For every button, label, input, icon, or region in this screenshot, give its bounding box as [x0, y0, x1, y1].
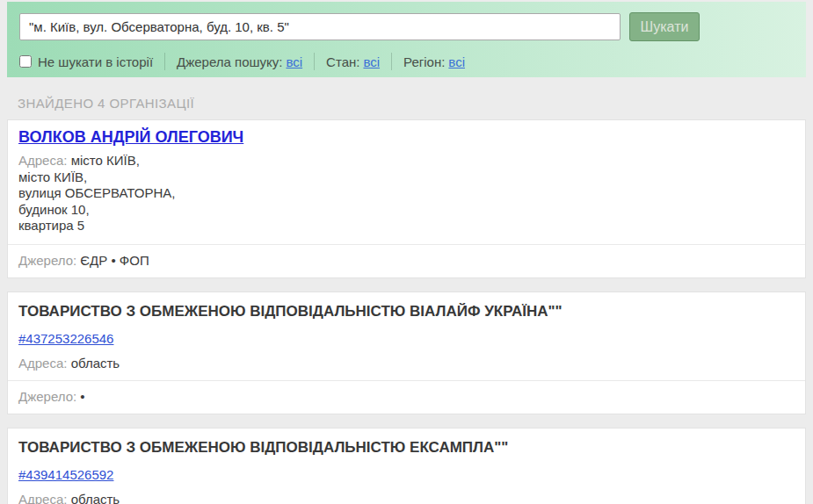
org-address: Адреса: область: [18, 356, 795, 371]
org-id-link[interactable]: #437253226546: [18, 331, 113, 346]
result-card-org: ТОВАРИСТВО З ОБМЕЖЕНОЮ ВІДПОВІДАЛЬНІСТЮ …: [7, 428, 806, 504]
org-title: ТОВАРИСТВО З ОБМЕЖЕНОЮ ВІДПОВІДАЛЬНІСТЮ …: [18, 303, 795, 320]
address-line: вулиця ОБСЕРВАТОРНА,: [18, 185, 795, 202]
separator: [391, 53, 392, 70]
history-checkbox-label: Не шукати в історії: [38, 54, 153, 69]
org-id-link[interactable]: #439414526592: [18, 467, 113, 482]
separator: [314, 53, 315, 70]
address-line: місто КИЇВ,: [18, 169, 795, 186]
search-row: Шукати: [19, 12, 794, 41]
source-label: Джерело:: [18, 389, 76, 404]
address-label: Адреса:: [18, 356, 67, 371]
filter-sources: Джерела пошуку:всі: [177, 54, 302, 69]
result-card-org: ТОВАРИСТВО З ОБМЕЖЕНОЮ ВІДПОВІДАЛЬНІСТЮ …: [7, 292, 806, 414]
card-footer: Джерело: •: [8, 380, 805, 414]
filter-region-value-link[interactable]: всі: [448, 54, 465, 69]
filter-state-label: Стан:: [326, 54, 359, 69]
address-label: Адреса:: [18, 153, 67, 168]
result-card-person: ВОЛКОВ АНДРІЙ ОЛЕГОВИЧ Адреса: місто КИЇ…: [7, 119, 806, 278]
org-title: ТОВАРИСТВО З ОБМЕЖЕНОЮ ВІДПОВІДАЛЬНІСТЮ …: [18, 439, 795, 457]
search-input[interactable]: [19, 13, 621, 40]
address-line: Адреса: місто КИЇВ,: [18, 153, 795, 169]
source-label: Джерело:: [18, 253, 76, 268]
card-footer: Джерело: ЄДР • ФОП: [8, 244, 805, 277]
search-panel: Шукати Не шукати в історії Джерела пошук…: [7, 2, 806, 77]
page: Шукати Не шукати в історії Джерела пошук…: [0, 2, 813, 504]
search-button[interactable]: Шукати: [629, 12, 700, 41]
card-body: ТОВАРИСТВО З ОБМЕЖЕНОЮ ВІДПОВІДАЛЬНІСТЮ …: [8, 292, 805, 380]
history-checkbox-wrap[interactable]: Не шукати в історії: [19, 54, 153, 69]
source-value: •: [80, 389, 84, 404]
history-checkbox[interactable]: [19, 55, 32, 68]
address-label: Адреса:: [18, 492, 67, 504]
filter-row: Не шукати в історії Джерела пошуку:всі С…: [19, 53, 794, 70]
address-line: квартира 5: [18, 218, 795, 234]
card-body: ТОВАРИСТВО З ОБМЕЖЕНОЮ ВІДПОВІДАЛЬНІСТЮ …: [8, 428, 805, 504]
address-value: область: [71, 492, 120, 504]
address-value: область: [71, 356, 120, 371]
address-line: будинок 10,: [18, 202, 795, 219]
filter-state-value-link[interactable]: всі: [363, 54, 380, 69]
filter-region: Регіон:всі: [403, 54, 465, 69]
card-body: ВОЛКОВ АНДРІЙ ОЛЕГОВИЧ Адреса: місто КИЇ…: [8, 120, 805, 244]
filter-state: Стан:всі: [326, 54, 380, 69]
separator: [164, 53, 165, 70]
person-name-link[interactable]: ВОЛКОВ АНДРІЙ ОЛЕГОВИЧ: [18, 128, 243, 147]
person-address: Адреса: місто КИЇВ, місто КИЇВ, вулиця О…: [18, 153, 795, 234]
results-count-header: ЗНАЙДЕНО 4 ОРГАНІЗАЦІЇ: [18, 96, 813, 111]
filter-region-label: Регіон:: [403, 54, 445, 69]
address-line-text: місто КИЇВ,: [71, 153, 140, 168]
source-value: ЄДР • ФОП: [80, 253, 149, 268]
filter-sources-label: Джерела пошуку:: [177, 54, 282, 69]
org-address: Адреса: область: [18, 492, 795, 504]
filter-sources-value-link[interactable]: всі: [286, 54, 302, 69]
